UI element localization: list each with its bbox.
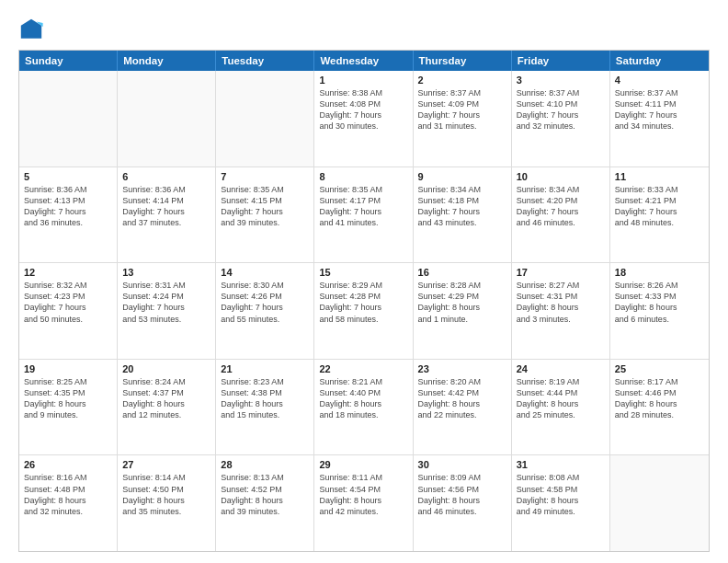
day-number: 14 [221, 267, 309, 278]
calendar-day-2: 2Sunrise: 8:37 AM Sunset: 4:09 PM Daylig… [414, 71, 512, 167]
day-info: Sunrise: 8:30 AM Sunset: 4:26 PM Dayligh… [221, 280, 309, 325]
calendar-week-2: 5Sunrise: 8:36 AM Sunset: 4:13 PM Daylig… [19, 167, 709, 264]
calendar-day-11: 11Sunrise: 8:33 AM Sunset: 4:21 PM Dayli… [610, 167, 709, 263]
day-info: Sunrise: 8:11 AM Sunset: 4:54 PM Dayligh… [319, 472, 407, 517]
calendar: SundayMondayTuesdayWednesdayThursdayFrid… [18, 50, 710, 552]
calendar-day-30: 30Sunrise: 8:09 AM Sunset: 4:56 PM Dayli… [414, 455, 512, 551]
day-number: 7 [221, 171, 309, 182]
calendar-day-14: 14Sunrise: 8:30 AM Sunset: 4:26 PM Dayli… [216, 263, 314, 359]
day-info: Sunrise: 8:27 AM Sunset: 4:31 PM Dayligh… [517, 280, 605, 325]
day-number: 30 [418, 459, 506, 470]
calendar-day-1: 1Sunrise: 8:38 AM Sunset: 4:08 PM Daylig… [314, 71, 413, 167]
day-info: Sunrise: 8:34 AM Sunset: 4:20 PM Dayligh… [517, 184, 605, 229]
day-number: 9 [418, 171, 506, 182]
day-info: Sunrise: 8:21 AM Sunset: 4:40 PM Dayligh… [319, 376, 407, 421]
day-number: 12 [24, 267, 112, 278]
day-number: 26 [24, 459, 112, 470]
day-number: 18 [615, 267, 704, 278]
calendar-day-20: 20Sunrise: 8:24 AM Sunset: 4:37 PM Dayli… [118, 360, 216, 455]
day-info: Sunrise: 8:38 AM Sunset: 4:08 PM Dayligh… [319, 87, 407, 132]
day-number: 3 [517, 75, 605, 86]
day-info: Sunrise: 8:19 AM Sunset: 4:44 PM Dayligh… [517, 376, 605, 421]
day-number: 24 [517, 363, 605, 374]
calendar-day-5: 5Sunrise: 8:36 AM Sunset: 4:13 PM Daylig… [19, 167, 118, 263]
calendar-body: 1Sunrise: 8:38 AM Sunset: 4:08 PM Daylig… [19, 71, 709, 551]
day-info: Sunrise: 8:08 AM Sunset: 4:58 PM Dayligh… [517, 472, 605, 517]
day-number: 13 [122, 267, 210, 278]
day-number: 1 [319, 75, 407, 86]
calendar-day-23: 23Sunrise: 8:20 AM Sunset: 4:42 PM Dayli… [414, 360, 512, 455]
calendar-day-22: 22Sunrise: 8:21 AM Sunset: 4:40 PM Dayli… [314, 360, 413, 455]
header-day-wednesday: Wednesday [314, 51, 413, 71]
page: SundayMondayTuesdayWednesdayThursdayFrid… [0, 0, 728, 563]
calendar-day-4: 4Sunrise: 8:37 AM Sunset: 4:11 PM Daylig… [610, 71, 709, 167]
calendar-day-8: 8Sunrise: 8:35 AM Sunset: 4:17 PM Daylig… [314, 167, 413, 263]
day-number: 28 [221, 459, 309, 470]
day-info: Sunrise: 8:13 AM Sunset: 4:52 PM Dayligh… [221, 472, 309, 517]
day-info: Sunrise: 8:26 AM Sunset: 4:33 PM Dayligh… [615, 280, 704, 325]
calendar-day-21: 21Sunrise: 8:23 AM Sunset: 4:38 PM Dayli… [216, 360, 314, 455]
day-number: 10 [517, 171, 605, 182]
day-info: Sunrise: 8:16 AM Sunset: 4:48 PM Dayligh… [24, 472, 112, 517]
calendar-empty-cell [610, 455, 709, 551]
calendar-day-18: 18Sunrise: 8:26 AM Sunset: 4:33 PM Dayli… [610, 263, 709, 359]
calendar-week-1: 1Sunrise: 8:38 AM Sunset: 4:08 PM Daylig… [19, 71, 709, 167]
logo-icon [18, 17, 44, 42]
day-number: 4 [615, 75, 704, 86]
calendar-day-24: 24Sunrise: 8:19 AM Sunset: 4:44 PM Dayli… [512, 360, 610, 455]
day-number: 2 [418, 75, 506, 86]
calendar-day-29: 29Sunrise: 8:11 AM Sunset: 4:54 PM Dayli… [314, 455, 413, 551]
day-info: Sunrise: 8:17 AM Sunset: 4:46 PM Dayligh… [615, 376, 704, 421]
day-info: Sunrise: 8:33 AM Sunset: 4:21 PM Dayligh… [615, 184, 704, 229]
day-number: 20 [122, 363, 210, 374]
day-number: 5 [24, 171, 112, 182]
day-info: Sunrise: 8:37 AM Sunset: 4:10 PM Dayligh… [517, 87, 605, 132]
calendar-empty-cell [216, 71, 314, 167]
calendar-day-12: 12Sunrise: 8:32 AM Sunset: 4:23 PM Dayli… [19, 263, 118, 359]
calendar-day-10: 10Sunrise: 8:34 AM Sunset: 4:20 PM Dayli… [512, 167, 610, 263]
calendar-day-13: 13Sunrise: 8:31 AM Sunset: 4:24 PM Dayli… [118, 263, 216, 359]
header-day-saturday: Saturday [610, 51, 709, 71]
day-info: Sunrise: 8:35 AM Sunset: 4:17 PM Dayligh… [319, 184, 407, 229]
calendar-day-7: 7Sunrise: 8:35 AM Sunset: 4:15 PM Daylig… [216, 167, 314, 263]
day-number: 27 [122, 459, 210, 470]
day-info: Sunrise: 8:14 AM Sunset: 4:50 PM Dayligh… [122, 472, 210, 517]
header-day-friday: Friday [512, 51, 610, 71]
day-info: Sunrise: 8:25 AM Sunset: 4:35 PM Dayligh… [24, 376, 112, 421]
day-info: Sunrise: 8:37 AM Sunset: 4:11 PM Dayligh… [615, 87, 704, 132]
day-number: 31 [517, 459, 605, 470]
day-number: 25 [615, 363, 704, 374]
day-number: 19 [24, 363, 112, 374]
calendar-day-28: 28Sunrise: 8:13 AM Sunset: 4:52 PM Dayli… [216, 455, 314, 551]
day-info: Sunrise: 8:20 AM Sunset: 4:42 PM Dayligh… [418, 376, 506, 421]
day-number: 17 [517, 267, 605, 278]
calendar-day-31: 31Sunrise: 8:08 AM Sunset: 4:58 PM Dayli… [512, 455, 610, 551]
svg-marker-0 [21, 19, 41, 39]
calendar-empty-cell [19, 71, 118, 167]
day-info: Sunrise: 8:28 AM Sunset: 4:29 PM Dayligh… [418, 280, 506, 325]
calendar-header: SundayMondayTuesdayWednesdayThursdayFrid… [19, 51, 709, 71]
calendar-day-25: 25Sunrise: 8:17 AM Sunset: 4:46 PM Dayli… [610, 360, 709, 455]
day-info: Sunrise: 8:32 AM Sunset: 4:23 PM Dayligh… [24, 280, 112, 325]
day-number: 22 [319, 363, 407, 374]
day-info: Sunrise: 8:36 AM Sunset: 4:14 PM Dayligh… [122, 184, 210, 229]
day-info: Sunrise: 8:09 AM Sunset: 4:56 PM Dayligh… [418, 472, 506, 517]
calendar-week-4: 19Sunrise: 8:25 AM Sunset: 4:35 PM Dayli… [19, 360, 709, 456]
header-day-tuesday: Tuesday [216, 51, 314, 71]
calendar-week-5: 26Sunrise: 8:16 AM Sunset: 4:48 PM Dayli… [19, 455, 709, 551]
header-day-sunday: Sunday [19, 51, 118, 71]
day-info: Sunrise: 8:35 AM Sunset: 4:15 PM Dayligh… [221, 184, 309, 229]
day-number: 23 [418, 363, 506, 374]
day-info: Sunrise: 8:23 AM Sunset: 4:38 PM Dayligh… [221, 376, 309, 421]
day-number: 29 [319, 459, 407, 470]
day-info: Sunrise: 8:34 AM Sunset: 4:18 PM Dayligh… [418, 184, 506, 229]
calendar-day-3: 3Sunrise: 8:37 AM Sunset: 4:10 PM Daylig… [512, 71, 610, 167]
calendar-week-3: 12Sunrise: 8:32 AM Sunset: 4:23 PM Dayli… [19, 263, 709, 360]
day-number: 21 [221, 363, 309, 374]
calendar-day-15: 15Sunrise: 8:29 AM Sunset: 4:28 PM Dayli… [314, 263, 413, 359]
header [18, 17, 710, 42]
day-info: Sunrise: 8:37 AM Sunset: 4:09 PM Dayligh… [418, 87, 506, 132]
day-info: Sunrise: 8:24 AM Sunset: 4:37 PM Dayligh… [122, 376, 210, 421]
day-number: 15 [319, 267, 407, 278]
header-day-thursday: Thursday [414, 51, 512, 71]
